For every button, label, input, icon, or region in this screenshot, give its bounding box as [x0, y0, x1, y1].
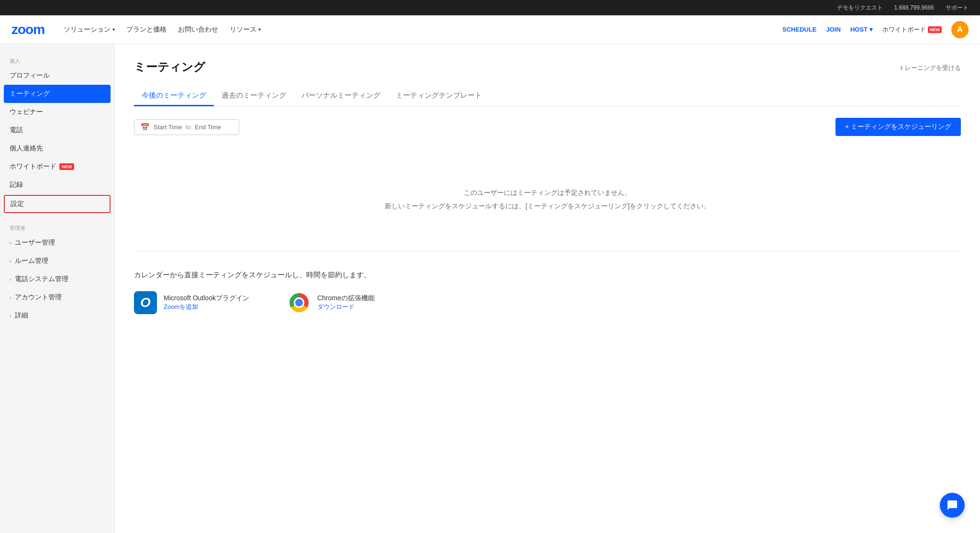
chrome-plugin: Chromeの拡張機能 ダウンロード [288, 291, 375, 314]
main-layout: 個人 プロフィール ミーティング ウェビナー 電話 個人連絡先 ホワイトボード … [0, 44, 980, 533]
training-link[interactable]: トレーニングを受ける [899, 64, 961, 72]
start-time-placeholder: Start Time [154, 124, 182, 131]
date-range-separator: to [186, 124, 191, 131]
sidebar-item-whiteboard-label: ホワイトボード [10, 162, 56, 171]
plugin-row: Microsoft Outlookプラグイン Zoomを追加 Chromeの拡張… [134, 291, 961, 314]
nav-whiteboard-label: ホワイトボード [882, 25, 926, 34]
sidebar-item-room-mgmt-label: ルーム管理 [15, 257, 48, 265]
outlook-plugin: Microsoft Outlookプラグイン Zoomを追加 [134, 291, 249, 314]
outlook-plugin-name: Microsoft Outlookプラグイン [164, 294, 249, 303]
date-range-input[interactable]: 📅 Start Time to End Time [134, 119, 239, 135]
tab-past[interactable]: 過去のミーティング [214, 86, 294, 106]
nav-whiteboard[interactable]: ホワイトボード NEW [882, 25, 942, 34]
nav-contact-label: お問い合わせ [178, 25, 218, 34]
sidebar: 個人 プロフィール ミーティング ウェビナー 電話 個人連絡先 ホワイトボード … [0, 44, 115, 533]
tab-templates-label: ミーティングテンプレート [396, 91, 482, 99]
tab-past-label: 過去のミーティング [222, 91, 286, 99]
demo-request-link[interactable]: デモをリクエスト [837, 4, 883, 12]
main-content: ミーティング トレーニングを受ける 今後のミーティング 過去のミーティング パー… [115, 44, 980, 533]
chrome-plugin-name: Chromeの拡張機能 [317, 294, 375, 303]
tab-templates[interactable]: ミーティングテンプレート [388, 86, 490, 106]
user-avatar[interactable]: A [951, 21, 969, 38]
outlook-plugin-info: Microsoft Outlookプラグイン Zoomを追加 [164, 294, 249, 311]
tab-upcoming-label: 今後のミーティング [142, 91, 206, 99]
sidebar-item-settings-label: 設定 [11, 200, 24, 208]
end-time-placeholder: End Time [195, 124, 221, 131]
nav-plans[interactable]: プランと価格 [126, 25, 167, 34]
logo-text: zoom [11, 22, 45, 37]
calendar-icon: 📅 [140, 123, 150, 132]
page-title: ミーティング [134, 59, 205, 75]
sidebar-item-profile[interactable]: プロフィール [0, 67, 114, 85]
logo[interactable]: zoom [11, 22, 45, 37]
nav-contact[interactable]: お問い合わせ [178, 25, 218, 34]
sidebar-item-profile-label: プロフィール [10, 71, 50, 80]
sidebar-item-contacts-label: 個人連絡先 [10, 144, 43, 153]
sidebar-item-details-label: 詳細 [15, 311, 28, 320]
sidebar-item-user-mgmt[interactable]: › ユーザー管理 [0, 234, 114, 252]
sidebar-item-account-mgmt[interactable]: › アカウント管理 [0, 288, 114, 306]
sidebar-item-records-label: 記録 [10, 181, 23, 189]
floating-chat-button[interactable] [940, 493, 965, 518]
nav-host[interactable]: HOST ▾ [850, 26, 873, 33]
phone-number: 1.888.799.9666 [894, 4, 934, 11]
chat-icon [947, 499, 958, 511]
nav-host-label: HOST [850, 26, 868, 33]
nav-schedule[interactable]: SCHEDULE [782, 26, 817, 33]
nav-resources[interactable]: リソース ▾ [230, 25, 261, 34]
sidebar-item-phone[interactable]: 電話 [0, 121, 114, 139]
sidebar-account-mgmt-arrow: › [10, 295, 11, 300]
nav-solutions-label: ソリューション [64, 25, 111, 34]
top-bar: デモをリクエスト 1.888.799.9666 サポート [0, 0, 980, 15]
tab-upcoming[interactable]: 今後のミーティング [134, 86, 214, 106]
sidebar-item-records[interactable]: 記録 [0, 176, 114, 194]
sidebar-item-meeting[interactable]: ミーティング [4, 85, 111, 103]
nav-host-arrow: ▾ [869, 26, 873, 33]
tab-personal-label: パーソナルミーティング [301, 91, 380, 99]
sidebar-item-details[interactable]: › 詳細 [0, 306, 114, 325]
tabs: 今後のミーティング 過去のミーティング パーソナルミーティング ミーティングテン… [134, 86, 961, 106]
sidebar-item-meeting-label: ミーティング [10, 90, 50, 98]
chrome-icon [288, 291, 311, 314]
sidebar-item-contacts[interactable]: 個人連絡先 [0, 139, 114, 158]
schedule-meeting-button[interactable]: + ミーティングをスケジューリング [835, 118, 961, 136]
nav-whiteboard-new-badge: NEW [928, 26, 942, 33]
sidebar-room-mgmt-arrow: › [10, 259, 11, 264]
sidebar-item-account-mgmt-label: アカウント管理 [15, 293, 62, 302]
nav-plans-label: プランと価格 [126, 25, 167, 34]
calendar-section: カレンダーから直接ミーティングをスケジュールし、時間を節約します。 Micros… [134, 261, 961, 314]
sidebar-item-whiteboard[interactable]: ホワイトボード NEW [0, 158, 114, 176]
empty-state-line2: 新しいミーティングをスケジュールするには、[ミーティングをスケジューリング]をク… [134, 199, 961, 213]
calendar-promo-text: カレンダーから直接ミーティングをスケジュールし、時間を節約します。 [134, 271, 961, 280]
sidebar-phone-sys-arrow: › [10, 277, 11, 282]
nav-solutions[interactable]: ソリューション ▾ [64, 25, 115, 34]
sidebar-section-personal: 個人 [0, 54, 114, 67]
filter-row: 📅 Start Time to End Time + ミーティングをスケジューリ… [134, 118, 961, 136]
nav-resources-label: リソース [230, 25, 256, 34]
sidebar-details-arrow: › [10, 313, 11, 318]
outlook-plugin-link[interactable]: Zoomを追加 [164, 303, 249, 311]
sidebar-section-admin: 管理者 [0, 221, 114, 234]
nav-resources-arrow: ▾ [258, 27, 261, 32]
page-header-row: ミーティング トレーニングを受ける [134, 59, 961, 77]
sidebar-item-webinar[interactable]: ウェビナー [0, 103, 114, 121]
header: zoom ソリューション ▾ プランと価格 お問い合わせ リソース ▾ SCHE… [0, 15, 980, 44]
support-link[interactable]: サポート [946, 4, 969, 12]
sidebar-item-phone-sys-mgmt[interactable]: › 電話システム管理 [0, 270, 114, 288]
sidebar-item-room-mgmt[interactable]: › ルーム管理 [0, 252, 114, 270]
sidebar-item-phone-sys-mgmt-label: 電話システム管理 [15, 275, 68, 284]
sidebar-item-settings[interactable]: 設定 [4, 195, 111, 213]
sidebar-item-user-mgmt-label: ユーザー管理 [15, 238, 55, 247]
sidebar-item-webinar-label: ウェビナー [10, 108, 43, 116]
nav-left: ソリューション ▾ プランと価格 お問い合わせ リソース ▾ [64, 25, 782, 34]
nav-right: SCHEDULE JOIN HOST ▾ ホワイトボード NEW A [782, 21, 969, 38]
nav-solutions-arrow: ▾ [112, 27, 115, 32]
empty-state-line1: このユーザーにはミーティングは予定されていません。 [134, 186, 961, 199]
tab-personal[interactable]: パーソナルミーティング [294, 86, 388, 106]
outlook-icon [134, 291, 157, 314]
chrome-plugin-info: Chromeの拡張機能 ダウンロード [317, 294, 375, 311]
nav-join[interactable]: JOIN [826, 26, 841, 33]
section-divider [134, 251, 961, 251]
empty-state: このユーザーにはミーティングは予定されていません。 新しいミーティングをスケジュ… [134, 147, 961, 241]
chrome-plugin-link[interactable]: ダウンロード [317, 303, 375, 311]
